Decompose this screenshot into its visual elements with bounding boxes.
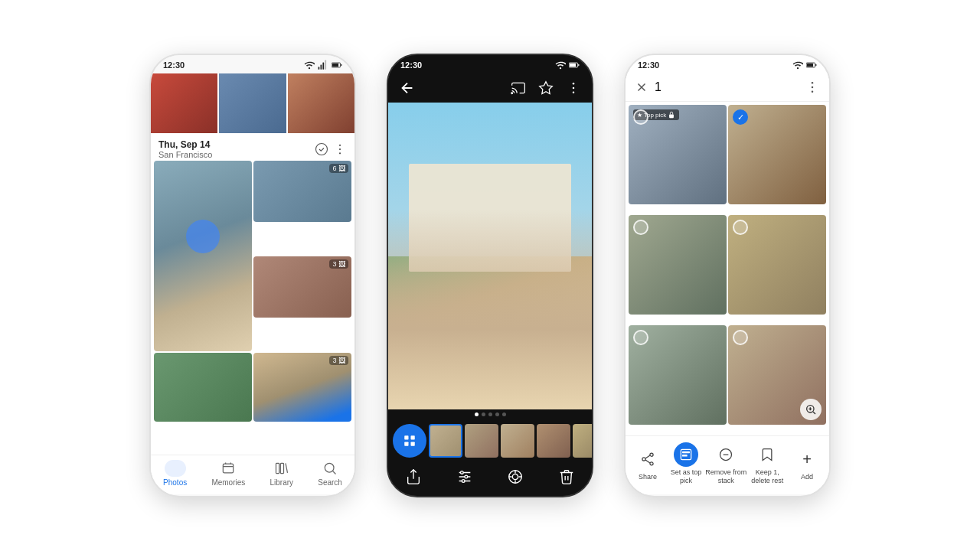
svg-point-61 <box>642 458 645 461</box>
library-icon <box>274 461 289 476</box>
stack-photo-3[interactable] <box>629 215 727 315</box>
nav-item-memories[interactable]: Memories <box>211 460 245 487</box>
svg-point-26 <box>573 83 575 85</box>
svg-point-62 <box>650 462 653 465</box>
stack-photo-2[interactable]: ✓ <box>728 105 826 204</box>
thumb-4[interactable] <box>537 424 570 458</box>
select-circle-5[interactable] <box>633 330 648 345</box>
top-photo-3[interactable] <box>288 73 354 133</box>
share-action-label: Share <box>639 473 657 481</box>
sliders-icon <box>456 468 473 485</box>
photo-group[interactable]: 3 🖼 <box>253 256 351 318</box>
wifi-icon-dark <box>555 60 566 70</box>
svg-point-28 <box>573 92 575 94</box>
photo-portrait-woman[interactable]: 3 🖼 <box>253 353 351 422</box>
stack-photo-4[interactable] <box>728 215 826 315</box>
keep-delete-rest-btn[interactable]: Keep 1, delete rest <box>747 442 788 485</box>
thumb-2[interactable] <box>465 424 498 458</box>
remove-from-stack-icon <box>714 442 738 467</box>
back-button[interactable] <box>399 80 416 96</box>
favorite-icon[interactable] <box>538 80 554 96</box>
selection-toolbar: 1 <box>626 73 829 102</box>
battery-icon-phone3 <box>806 60 817 70</box>
photo-badge-6: 6 🖼 <box>329 164 348 173</box>
stack-photo-1[interactable]: ★ Top pick <box>629 105 727 204</box>
library-nav-icon <box>273 460 290 477</box>
grid-icon <box>403 434 416 448</box>
set-top-pick-icon <box>674 442 698 467</box>
svg-rect-2 <box>321 64 322 69</box>
svg-rect-67 <box>682 455 688 457</box>
svg-point-38 <box>465 475 468 478</box>
select-circle-2[interactable]: ✓ <box>733 109 748 125</box>
select-circle-1[interactable] <box>633 109 648 125</box>
battery-icon-dark <box>569 60 580 70</box>
svg-rect-32 <box>411 442 415 446</box>
lock-icon-badge <box>668 111 675 119</box>
nav-item-search[interactable]: Search <box>318 460 342 487</box>
wifi-icon-phone3 <box>792 60 803 70</box>
share-action-btn[interactable]: Share <box>629 447 667 481</box>
date-row: Thu, Sep 14 San Francisco <box>151 133 354 161</box>
thumb-1[interactable] <box>429 424 462 458</box>
photo-street[interactable] <box>154 353 252 422</box>
thumb-5[interactable] <box>573 424 592 458</box>
share-icon <box>405 468 422 485</box>
svg-point-39 <box>462 480 465 483</box>
top-photo-1[interactable] <box>151 73 217 133</box>
svg-point-24 <box>511 93 513 94</box>
dot-4 <box>502 412 506 416</box>
remove-from-stack-label: Remove from stack <box>705 468 747 485</box>
svg-rect-30 <box>411 435 415 439</box>
memories-nav-label: Memories <box>211 478 245 487</box>
location-label: San Francisco <box>158 150 212 159</box>
photo-building[interactable]: 6 🖼 <box>253 161 351 222</box>
remove-from-stack-btn[interactable]: Remove from stack <box>705 442 747 485</box>
stack-photo-6[interactable] <box>728 325 826 425</box>
thumb-3[interactable] <box>501 424 534 458</box>
svg-point-54 <box>812 91 814 93</box>
main-photo-bg <box>388 103 592 409</box>
select-circle-4[interactable] <box>733 220 748 235</box>
grid-view-thumb-btn[interactable] <box>393 424 426 458</box>
top-photo-2[interactable] <box>219 73 286 133</box>
viewer-toolbar <box>388 73 592 103</box>
close-button[interactable] <box>635 80 648 94</box>
wifi-icon <box>304 60 315 70</box>
stack-photo-5[interactable] <box>629 325 727 425</box>
more-vert-icon-phone3[interactable] <box>805 80 820 95</box>
phone3-content: 1 ★ Top pick ✓ <box>626 73 829 494</box>
search-nav-label: Search <box>318 478 342 487</box>
nav-item-library[interactable]: Library <box>270 460 293 487</box>
phone-1-photos-grid: 12:30 <box>149 54 356 497</box>
phone-2-photo-viewer: 12:30 <box>387 54 593 497</box>
zoom-button[interactable] <box>800 399 822 420</box>
add-icon: + <box>795 447 819 471</box>
viewer-toolbar-actions <box>511 80 581 96</box>
share-button-viewer[interactable] <box>405 468 422 485</box>
set-top-pick-btn[interactable]: Set as top pick <box>667 442 705 485</box>
more-vert-icon[interactable] <box>333 142 347 156</box>
selected-count: 1 <box>655 80 662 94</box>
main-photo-area[interactable] <box>388 103 592 409</box>
svg-rect-48 <box>807 64 813 67</box>
check-circle-icon[interactable] <box>315 142 328 156</box>
select-circle-3[interactable] <box>633 220 648 235</box>
trash-icon <box>558 468 575 485</box>
delete-button-viewer[interactable] <box>558 468 575 485</box>
search-nav-icon <box>322 460 338 477</box>
add-action-btn[interactable]: + Add <box>788 447 826 481</box>
svg-point-11 <box>339 152 341 154</box>
status-icons-phone3 <box>792 60 817 70</box>
nav-item-photos[interactable]: Photos <box>163 460 187 487</box>
lens-button-viewer[interactable] <box>507 468 524 485</box>
edit-button-viewer[interactable] <box>456 468 473 485</box>
memories-nav-icon <box>220 460 237 477</box>
keep-delete-label: Keep 1, delete rest <box>747 468 788 485</box>
svg-point-52 <box>812 82 814 84</box>
select-circle-6[interactable] <box>733 330 748 345</box>
photo-tall-couple[interactable] <box>154 161 252 351</box>
more-vert-icon-viewer[interactable] <box>566 80 581 96</box>
cast-icon[interactable] <box>511 80 526 96</box>
thumbnail-strip <box>388 419 592 462</box>
